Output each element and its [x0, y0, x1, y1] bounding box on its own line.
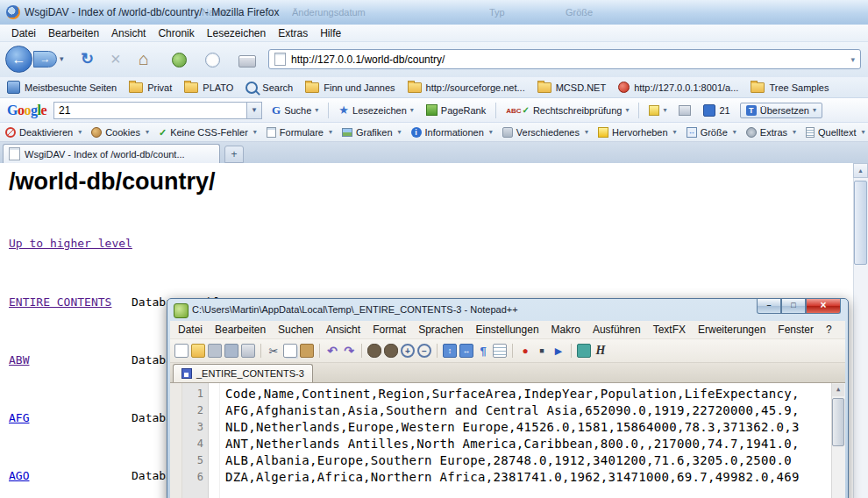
sendto-button[interactable]	[676, 103, 694, 117]
search-dropdown-icon[interactable]: ▼	[246, 103, 261, 118]
entry-link[interactable]: AFG	[9, 411, 29, 424]
npp-menu-makro[interactable]: Makro	[545, 322, 587, 338]
show-symbols-icon[interactable]	[476, 344, 490, 358]
paste-icon[interactable]	[300, 344, 314, 358]
editor-text[interactable]: Code,Name,Continent,Region,SurfaceArea,I…	[220, 383, 845, 498]
stop-macro-icon[interactable]	[535, 344, 549, 358]
dev-extras[interactable]: Extras	[746, 127, 796, 138]
google-search-input[interactable]: 21 ▼	[53, 102, 262, 119]
bookmark-finn-und-jannes[interactable]: Finn und Jannes	[305, 82, 395, 93]
zoom-in-icon[interactable]	[401, 344, 415, 358]
url-bar[interactable]: http://127.0.0.1/world-db/country/ ▾	[268, 49, 861, 69]
redo-icon[interactable]	[342, 344, 356, 358]
dev-grafiken[interactable]: Grafiken	[342, 127, 402, 138]
dev-hervorheben[interactable]: Hervorheben	[598, 127, 677, 138]
entry-link[interactable]: ABW	[9, 353, 29, 366]
npp-menu-sprachen[interactable]: Sprachen	[412, 322, 469, 338]
npp-menu-erweiterungen[interactable]: Erweiterungen	[692, 322, 772, 338]
dev-deaktivieren[interactable]: Deaktivieren	[5, 127, 82, 138]
fx-menu-lesezeichen[interactable]: Lesezeichen	[201, 25, 272, 41]
scroll-up-icon[interactable]	[853, 163, 868, 178]
pagerank-button[interactable]: PageRank	[423, 103, 488, 117]
fx-menu-datei[interactable]: Datei	[5, 25, 42, 41]
copy-icon[interactable]	[283, 344, 297, 358]
sync-horizontal-icon[interactable]	[459, 344, 473, 358]
undo-icon[interactable]	[325, 344, 339, 358]
record-macro-icon[interactable]	[518, 344, 532, 358]
stop-icon[interactable]	[110, 50, 121, 68]
url-dropdown-icon[interactable]: ▾	[850, 55, 855, 64]
fx-menu-hilfe[interactable]: Hilfe	[314, 25, 347, 41]
spellcheck-button[interactable]: ABCRechtschreibprüfung▾	[503, 103, 631, 117]
html-preview-icon[interactable]	[594, 344, 608, 358]
zoom-out-icon[interactable]	[417, 344, 431, 358]
forward-button[interactable]: →	[33, 51, 57, 68]
fx-menu-chronik[interactable]: Chronik	[152, 25, 200, 41]
notepad-window[interactable]: C:\Users\Martin\AppData\Local\Temp\_ENTI…	[167, 298, 849, 498]
autofill-button[interactable]: ▾	[646, 103, 669, 117]
up-to-higher-level-link[interactable]: Up to higher level	[9, 237, 132, 250]
dev-verschiedenes[interactable]: Verschiedenes	[502, 127, 588, 138]
bookmark-sourceforge[interactable]: http://sourceforge.net...	[408, 82, 525, 93]
npp-menu-bearbeiten[interactable]: Bearbeiten	[209, 322, 272, 338]
fx-menu-ansicht[interactable]: Ansicht	[105, 25, 152, 41]
indent-guide-icon[interactable]	[493, 344, 507, 358]
firefox-titlebar[interactable]: WsgiDAV - Index of /world-db/country/ - …	[0, 0, 868, 25]
google-search-value[interactable]: 21	[59, 104, 246, 117]
counter-button[interactable]: 21	[701, 103, 732, 118]
tab-wsgidav[interactable]: WsgiDAV - Index of /world-db/count...	[3, 144, 220, 163]
cut-icon[interactable]	[267, 344, 281, 358]
home-icon[interactable]	[139, 50, 149, 68]
dev-quelltext[interactable]: Quelltext	[806, 127, 864, 138]
lesezeichen-button[interactable]: ★Lesezeichen▾	[336, 102, 416, 118]
npp-menu-datei[interactable]: Datei	[172, 322, 209, 338]
document-tab[interactable]: _ENTIRE_CONTENTS-3	[173, 364, 313, 382]
bookmark-search[interactable]: Search	[245, 82, 293, 94]
dev-css[interactable]: Keine CSS-Fehler	[159, 127, 257, 138]
bookmark-localhost[interactable]: http://127.0.0.1:8001/a...	[618, 82, 738, 93]
google-suche-button[interactable]: GSuche▾	[269, 102, 321, 119]
bookmark-plato[interactable]: PLATO	[184, 82, 233, 93]
play-macro-icon[interactable]	[551, 344, 566, 358]
fx-menu-extras[interactable]: Extras	[272, 25, 314, 41]
save-icon[interactable]	[208, 344, 222, 358]
addon-icon[interactable]	[172, 53, 187, 68]
npp-menu-textfx[interactable]: TextFX	[647, 322, 692, 338]
npp-menu-format[interactable]: Format	[366, 322, 412, 338]
bookmark-privat[interactable]: Privat	[129, 82, 172, 93]
dev-formulare[interactable]: Formulare	[267, 127, 332, 138]
npp-menu-fenster[interactable]: Fenster	[772, 322, 820, 338]
npp-menu-ansicht[interactable]: Ansicht	[320, 322, 366, 338]
plugin-icon[interactable]	[577, 344, 591, 358]
bookmark-most-visited[interactable]: Meistbesuchte Seiten	[7, 81, 117, 94]
close-button[interactable]	[806, 299, 841, 314]
bookmark-mcsd[interactable]: MCSD.NET	[537, 82, 606, 93]
uebersetzen-button[interactable]: Übersetzen▾	[740, 103, 822, 118]
print-icon[interactable]	[241, 344, 255, 358]
print-icon[interactable]	[238, 55, 256, 68]
scroll-up-icon[interactable]	[832, 384, 844, 396]
npp-menu-einstellungen[interactable]: Einstellungen	[470, 322, 545, 338]
npp-menu-help[interactable]: ?	[820, 322, 838, 338]
scrollbar-thumb[interactable]	[854, 181, 867, 265]
minimize-button[interactable]	[757, 299, 781, 314]
entry-link[interactable]: ENTIRE CONTENTS	[9, 295, 111, 309]
npp-menu-suchen[interactable]: Suchen	[272, 322, 320, 338]
find-icon[interactable]	[367, 344, 381, 358]
editor-scrollbar-thumb[interactable]	[832, 398, 844, 446]
dev-cookies[interactable]: Cookies	[91, 127, 149, 138]
url-text[interactable]: http://127.0.0.1/world-db/country/	[291, 53, 445, 66]
editor-area[interactable]: 1 2 3 4 5 6 Code,Name,Continent,Region,S…	[170, 383, 845, 498]
new-tab-button[interactable]: +	[224, 146, 244, 163]
history-clock-icon[interactable]	[205, 53, 220, 68]
dev-groesse[interactable]: Größe	[687, 127, 736, 138]
bookmark-tree-samples[interactable]: Tree Samples	[751, 82, 829, 93]
sync-vertical-icon[interactable]	[443, 344, 457, 358]
history-dropdown-icon[interactable]: ▾	[60, 54, 64, 63]
entry-link[interactable]: AGO	[9, 469, 29, 482]
new-file-icon[interactable]	[174, 344, 189, 358]
refresh-icon[interactable]	[81, 50, 94, 68]
maximize-button[interactable]	[781, 299, 806, 314]
back-button[interactable]: ←	[5, 46, 32, 73]
open-folder-icon[interactable]	[191, 344, 205, 358]
